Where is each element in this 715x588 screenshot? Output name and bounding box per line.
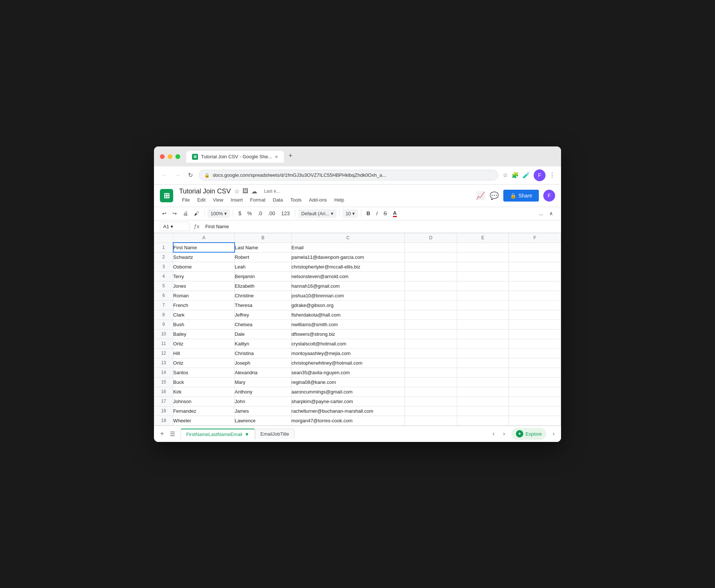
cell-18-b[interactable]: James bbox=[235, 406, 291, 416]
cell-19-f[interactable] bbox=[509, 416, 561, 425]
cell-5-f[interactable] bbox=[509, 281, 561, 291]
extensions-icon[interactable]: 🧩 bbox=[511, 172, 519, 179]
bookmark-icon[interactable]: ☆ bbox=[503, 172, 508, 179]
cell-1-b[interactable]: Last Name bbox=[235, 243, 291, 252]
cell-5-a[interactable]: Jones bbox=[173, 281, 235, 291]
menu-file[interactable]: File bbox=[179, 196, 193, 204]
cell-18-a[interactable]: Fernandez bbox=[173, 406, 235, 416]
minimize-window-button[interactable] bbox=[168, 154, 172, 159]
cell-14-f[interactable] bbox=[509, 368, 561, 377]
decimal-decrease-button[interactable]: .0 bbox=[256, 209, 265, 218]
cell-13-f[interactable] bbox=[509, 358, 561, 368]
font-dropdown[interactable]: Default (Ari... ▾ bbox=[298, 209, 336, 218]
cell-13-b[interactable]: Joseph bbox=[235, 358, 291, 368]
menu-insert[interactable]: Insert bbox=[228, 196, 246, 204]
row-header-8[interactable]: 8 bbox=[154, 310, 173, 320]
cell-2-d[interactable] bbox=[405, 252, 457, 262]
cell-17-b[interactable]: John bbox=[235, 396, 291, 406]
cell-5-b[interactable]: Elizabeth bbox=[235, 281, 291, 291]
col-header-f[interactable]: F bbox=[509, 233, 561, 243]
menu-help[interactable]: Help bbox=[331, 196, 347, 204]
cell-10-d[interactable] bbox=[405, 329, 457, 339]
cell-19-d[interactable] bbox=[405, 416, 457, 425]
strikethrough-button[interactable]: S bbox=[381, 209, 389, 218]
comments-icon[interactable]: 💬 bbox=[490, 191, 499, 200]
cell-1-e[interactable] bbox=[457, 243, 509, 252]
cell-5-c[interactable]: hannah16@gmail.com bbox=[291, 281, 405, 291]
cell-3-d[interactable] bbox=[405, 262, 457, 271]
cell-12-e[interactable] bbox=[457, 348, 509, 358]
cell-6-d[interactable] bbox=[405, 291, 457, 300]
close-window-button[interactable] bbox=[160, 154, 165, 159]
col-header-e[interactable]: E bbox=[457, 233, 509, 243]
cell-10-b[interactable]: Dale bbox=[235, 329, 291, 339]
cell-4-a[interactable]: Terry bbox=[173, 271, 235, 281]
cell-2-c[interactable]: pamela11@davenport-garcia.com bbox=[291, 252, 405, 262]
currency-button[interactable]: $ bbox=[236, 209, 244, 218]
cell-11-b[interactable]: Kaitlyn bbox=[235, 339, 291, 348]
cell-1-c[interactable]: Email bbox=[291, 243, 405, 252]
print-button[interactable]: 🖨 bbox=[181, 209, 190, 218]
cell-18-d[interactable] bbox=[405, 406, 457, 416]
cell-7-d[interactable] bbox=[405, 300, 457, 310]
cell-19-e[interactable] bbox=[457, 416, 509, 425]
cell-7-b[interactable]: Theresa bbox=[235, 300, 291, 310]
cell-6-c[interactable]: joshua10@brennan.com bbox=[291, 291, 405, 300]
cell-3-b[interactable]: Leah bbox=[235, 262, 291, 271]
cell-15-a[interactable]: Buck bbox=[173, 377, 235, 387]
forward-button[interactable]: → bbox=[173, 170, 182, 180]
menu-addons[interactable]: Add-ons bbox=[306, 196, 330, 204]
row-header-15[interactable]: 15 bbox=[154, 377, 173, 387]
undo-button[interactable]: ↩ bbox=[160, 209, 169, 218]
redo-button[interactable]: ↪ bbox=[170, 209, 179, 218]
menu-view[interactable]: View bbox=[210, 196, 226, 204]
row-header-18[interactable]: 18 bbox=[154, 406, 173, 416]
cell-13-e[interactable] bbox=[457, 358, 509, 368]
cell-8-b[interactable]: Jeffrey bbox=[235, 310, 291, 320]
col-header-d[interactable]: D bbox=[405, 233, 457, 243]
row-header-3[interactable]: 3 bbox=[154, 262, 173, 271]
cell-7-a[interactable]: French bbox=[173, 300, 235, 310]
cell-14-d[interactable] bbox=[405, 368, 457, 377]
cell-4-b[interactable]: Benjamin bbox=[235, 271, 291, 281]
row-header-17[interactable]: 17 bbox=[154, 396, 173, 406]
formula-input[interactable]: First Name bbox=[204, 222, 555, 231]
zoom-dropdown[interactable]: 100% ▾ bbox=[208, 209, 230, 218]
sheet-nav-prev[interactable]: ‹ bbox=[489, 429, 498, 438]
row-header-1[interactable]: 1 bbox=[154, 243, 173, 252]
cell-11-f[interactable] bbox=[509, 339, 561, 348]
browser-user-avatar[interactable]: F bbox=[534, 169, 546, 181]
cell-10-a[interactable]: Bailey bbox=[173, 329, 235, 339]
cell-16-e[interactable] bbox=[457, 387, 509, 396]
cell-16-f[interactable] bbox=[509, 387, 561, 396]
row-header-2[interactable]: 2 bbox=[154, 252, 173, 262]
row-header-5[interactable]: 5 bbox=[154, 281, 173, 291]
row-header-10[interactable]: 10 bbox=[154, 329, 173, 339]
cell-19-c[interactable]: morgan47@torres-cook.com bbox=[291, 416, 405, 425]
cell-16-d[interactable] bbox=[405, 387, 457, 396]
row-header-14[interactable]: 14 bbox=[154, 368, 173, 377]
cell-9-c[interactable]: nwilliams@smith.com bbox=[291, 320, 405, 329]
cell-13-c[interactable]: christopherwhitney@hotmail.com bbox=[291, 358, 405, 368]
share-button[interactable]: 🔒 Share bbox=[503, 190, 539, 202]
font-size-dropdown[interactable]: 10 ▾ bbox=[343, 209, 358, 218]
row-header-13[interactable]: 13 bbox=[154, 358, 173, 368]
cell-15-f[interactable] bbox=[509, 377, 561, 387]
cell-15-e[interactable] bbox=[457, 377, 509, 387]
cell-18-c[interactable]: rachelturner@buchanan-marshall.com bbox=[291, 406, 405, 416]
user-avatar[interactable]: F bbox=[543, 190, 555, 202]
folder-icon[interactable]: 🖼 bbox=[242, 188, 248, 195]
cell-2-e[interactable] bbox=[457, 252, 509, 262]
cell-19-a[interactable]: Wheeler bbox=[173, 416, 235, 425]
cell-9-d[interactable] bbox=[405, 320, 457, 329]
cell-18-e[interactable] bbox=[457, 406, 509, 416]
col-header-c[interactable]: C bbox=[291, 233, 405, 243]
cell-10-e[interactable] bbox=[457, 329, 509, 339]
cell-15-c[interactable]: regina08@kane.com bbox=[291, 377, 405, 387]
row-header-6[interactable]: 6 bbox=[154, 291, 173, 300]
cell-3-a[interactable]: Osborne bbox=[173, 262, 235, 271]
cell-8-e[interactable] bbox=[457, 310, 509, 320]
toolbar-collapse-button[interactable]: ∧ bbox=[547, 209, 555, 218]
browser-tab[interactable]: ⊞ Tutorial Join CSV - Google She... × bbox=[186, 151, 284, 163]
cell-8-d[interactable] bbox=[405, 310, 457, 320]
